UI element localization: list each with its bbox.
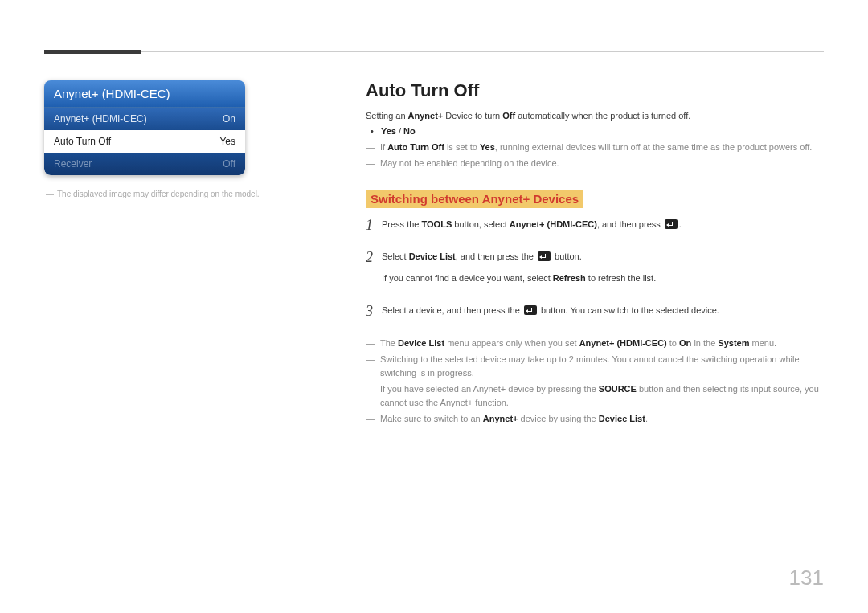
note-line: ―May not be enabled depending on the dev… [366,157,824,170]
panel-row-anynet[interactable]: Anynet+ (HDMI-CEC) On [44,108,245,130]
row-label: Auto Turn Off [54,136,111,147]
step-text: Select a device, and then press the butt… [382,304,824,317]
enter-icon [665,219,678,229]
panel-row-receiver: Receiver Off [44,153,245,175]
page-number: 131 [789,566,824,591]
options-line: Yes / No [366,126,824,136]
image-caption: ―The displayed image may differ dependin… [44,190,317,198]
step-row: 2Select Device List, and then press the … [366,250,824,292]
step-number: 1 [366,218,382,239]
enter-icon [538,251,551,261]
note-line: ―Make sure to switch to an Anynet+ devic… [366,412,824,426]
row-label: Anynet+ (HDMI-CEC) [54,113,147,125]
step-row: 1Press the TOOLS button, select Anynet+ … [366,218,824,239]
step-text: If you cannot find a device you want, se… [382,272,824,285]
row-label: Receiver [54,158,92,170]
step-text: Press the TOOLS button, select Anynet+ (… [382,218,824,231]
row-value: Yes [219,136,235,147]
note-line: ―Switching to the selected device may ta… [366,353,824,379]
row-value: Off [223,158,235,170]
row-value: On [223,113,235,125]
section-heading: Auto Turn Off [366,80,824,101]
step-text: Select Device List, and then press the b… [382,250,824,264]
top-rule [44,51,824,52]
intro-para: Setting an Anynet+ Device to turn Off au… [366,109,824,123]
panel-title: Anynet+ (HDMI-CEC) [44,80,245,108]
settings-panel: Anynet+ (HDMI-CEC) Anynet+ (HDMI-CEC) On… [44,80,245,175]
note-line: ―If Auto Turn Off is set to Yes, running… [366,141,824,154]
step-row: 3Select a device, and then press the but… [366,304,824,325]
step-number: 3 [366,304,382,325]
note-line: ―The Device List menu appears only when … [366,337,824,350]
panel-row-auto-turn-off[interactable]: Auto Turn Off Yes [44,130,245,153]
step-number: 2 [366,250,382,292]
subheading: Switching between Anynet+ Devices [366,190,583,208]
enter-icon [524,305,537,315]
note-line: ―If you have selected an Anynet+ device … [366,382,824,409]
